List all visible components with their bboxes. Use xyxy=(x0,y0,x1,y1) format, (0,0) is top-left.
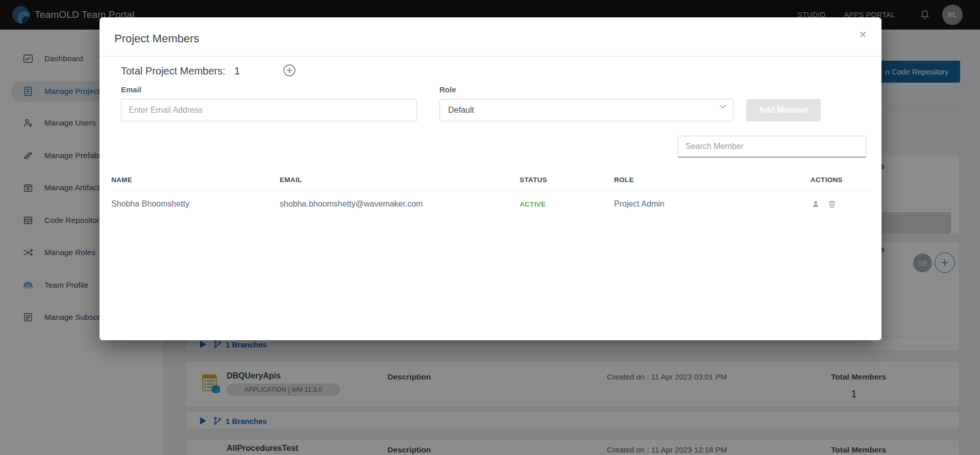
column-header-email: EMAIL xyxy=(280,176,520,184)
member-email: shobha.bhoomshetty@wavemaker.com xyxy=(280,199,520,209)
table-header-row: NAME EMAIL STATUS ROLE ACTIONS xyxy=(111,173,870,186)
project-members-modal: Project Members ✕ Total Project Members:… xyxy=(100,17,881,340)
column-header-actions: ACTIONS xyxy=(811,176,870,184)
delete-trash-icon[interactable] xyxy=(827,199,837,209)
user-role-icon[interactable] xyxy=(811,199,821,209)
role-label: Role xyxy=(439,85,456,94)
add-member-plus-circle-icon[interactable] xyxy=(282,63,297,78)
modal-title: Project Members xyxy=(114,32,199,45)
email-field[interactable] xyxy=(121,99,417,121)
role-select-value: Default xyxy=(448,106,474,115)
member-role: Project Admin xyxy=(614,199,811,209)
status-badge: ACTIVE xyxy=(520,200,614,208)
email-label: Email xyxy=(121,85,141,94)
column-header-status: STATUS xyxy=(520,176,614,184)
divider xyxy=(100,56,881,57)
total-project-members-label: Total Project Members: xyxy=(121,65,226,77)
total-project-members: Total Project Members: 1 xyxy=(121,65,240,77)
member-name: Shobha Bhoomshetty xyxy=(111,199,280,209)
column-header-role: ROLE xyxy=(614,176,811,184)
page: TeamOLD Team Portal STUDIO APPS PORTAL R… xyxy=(0,0,980,455)
search-member-input[interactable] xyxy=(678,136,866,158)
table-row: Shobha Bhoomshetty shobha.bhoomshetty@wa… xyxy=(111,191,870,217)
add-member-button[interactable]: Add Member xyxy=(746,99,821,121)
role-select[interactable]: Default xyxy=(439,99,733,121)
close-icon[interactable]: ✕ xyxy=(859,30,867,40)
members-table: NAME EMAIL STATUS ROLE ACTIONS Shobha Bh… xyxy=(111,173,870,217)
total-project-members-value: 1 xyxy=(234,65,240,77)
chevron-down-icon xyxy=(718,102,728,112)
actions-cell xyxy=(811,199,870,209)
column-header-name: NAME xyxy=(111,176,280,184)
